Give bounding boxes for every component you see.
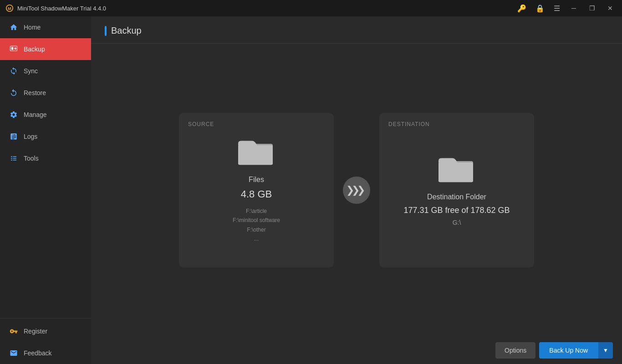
source-path-2: F:\minitool software [233,216,280,225]
sidebar-item-home-label: Home [24,24,41,31]
titlebar-controls: 🔑 🔒 ☰ ─ ❐ ✕ [514,2,618,15]
backup-now-group: Back Up Now ▼ [539,342,613,359]
close-button[interactable]: ✕ [602,2,618,15]
tools-icon [9,154,18,163]
sidebar-item-manage[interactable]: Manage [0,104,91,126]
source-card[interactable]: SOURCE Files 4.8 GB F:\article F:\min [179,113,334,268]
header-accent [105,26,107,36]
nav-bottom: Register Feedback [0,318,91,364]
restore-icon [9,88,18,97]
backup-area: SOURCE Files 4.8 GB F:\article F:\min [91,44,622,337]
home-icon [9,23,18,32]
page-header: Backup [91,16,622,44]
destination-card[interactable]: DESTINATION Destination Folder 177.31 GB… [379,113,534,268]
sidebar-item-sync[interactable]: Sync [0,60,91,82]
source-title: Files [249,176,264,184]
sidebar-item-backup-label: Backup [24,46,45,53]
sidebar: Home Backup Sync [0,16,91,364]
sync-icon [9,66,18,76]
svg-text:M: M [8,6,11,11]
sidebar-item-manage-label: Manage [24,111,47,118]
sidebar-item-logs[interactable]: Logs [0,126,91,147]
page-title: Backup [111,25,142,36]
titlebar-left: M MiniTool ShadowMaker Trial 4.4.0 [5,4,106,12]
logs-icon [9,132,18,141]
sidebar-item-tools[interactable]: Tools [0,147,91,169]
restore-button[interactable]: ❐ [584,2,600,15]
main-layout: Home Backup Sync [0,16,622,364]
sidebar-item-feedback-label: Feedback [24,349,51,357]
sidebar-item-backup[interactable]: Backup [0,38,91,60]
arrow-button[interactable]: ❯❯❯ [343,177,370,204]
source-label: SOURCE [188,121,214,127]
options-button[interactable]: Options [495,342,535,359]
app-title: MiniTool ShadowMaker Trial 4.4.0 [17,5,106,12]
backup-now-button[interactable]: Back Up Now [539,342,598,359]
svg-rect-8 [438,162,473,182]
minimize-button[interactable]: ─ [566,2,582,15]
menu-icon[interactable]: ☰ [550,2,564,15]
content-area: Backup SOURCE Files 4.8 GB [91,16,622,364]
key-icon[interactable]: 🔑 [514,2,530,15]
titlebar: M MiniTool ShadowMaker Trial 4.4.0 🔑 🔒 ☰… [0,0,622,16]
destination-free: 177.31 GB free of 178.62 GB [403,206,510,215]
destination-path: G:\ [453,219,461,226]
sidebar-item-logs-label: Logs [24,133,37,140]
backup-icon [9,45,18,54]
source-folder-icon [238,137,275,168]
bottom-bar: Options Back Up Now ▼ [91,337,622,364]
source-path-ellipsis: ... [233,234,280,243]
manage-icon [9,110,18,119]
sidebar-item-sync-label: Sync [24,67,38,75]
sidebar-item-home[interactable]: Home [0,16,91,38]
register-key-icon [9,327,18,336]
destination-folder-icon [438,154,475,186]
backup-now-dropdown[interactable]: ▼ [598,342,613,359]
svg-rect-3 [11,47,14,50]
sidebar-item-register[interactable]: Register [0,320,91,342]
source-paths: F:\article F:\minitool software F:\other… [233,207,280,244]
feedback-mail-icon [9,349,18,358]
app-logo-icon: M [5,4,14,12]
destination-label: DESTINATION [388,121,430,127]
source-path-1: F:\article [233,207,280,216]
sidebar-item-restore[interactable]: Restore [0,82,91,104]
lock-icon[interactable]: 🔒 [532,2,548,15]
source-path-3: F:\other [233,225,280,234]
sidebar-item-register-label: Register [24,328,47,335]
sidebar-item-tools-label: Tools [24,155,39,162]
sidebar-item-feedback[interactable]: Feedback [0,342,91,364]
source-size: 4.8 GB [241,188,272,200]
svg-rect-6 [238,145,273,165]
sidebar-item-restore-label: Restore [24,89,46,96]
destination-title: Destination Folder [427,193,486,201]
